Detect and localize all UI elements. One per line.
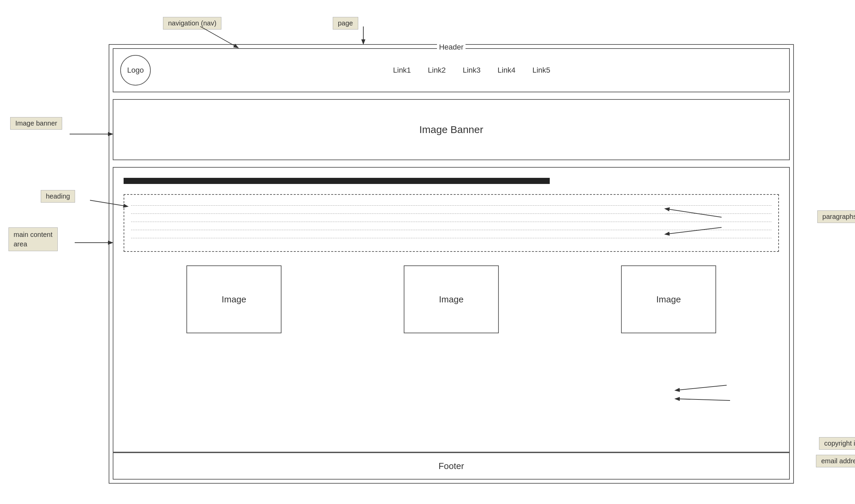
footer-section: Footer [113, 452, 790, 480]
para-line-4 [131, 226, 771, 230]
nav-link-3: Link3 [463, 66, 481, 75]
heading-bar [124, 178, 550, 184]
footer-label: Footer [438, 461, 464, 471]
header-label: Header [437, 43, 465, 52]
annotation-image-banner: Image banner [10, 117, 62, 130]
annotation-page: page [333, 17, 358, 30]
annotation-navigation: navigation (nav) [163, 17, 221, 30]
para-line-2 [131, 210, 771, 214]
para-line-1 [131, 202, 771, 206]
main-section: Image Image Image [113, 167, 790, 452]
image-box-1: Image [186, 265, 282, 333]
header-section: Header Logo Link1 Link2 Link3 Link4 Link… [113, 48, 790, 92]
annotation-copyright: copyright information [819, 437, 855, 450]
nav-links: Link1 Link2 Link3 Link4 Link5 [161, 66, 782, 75]
nav-link-1: Link1 [393, 66, 411, 75]
images-row: Image Image Image [124, 262, 779, 337]
banner-section: Image Banner [113, 99, 790, 160]
para-line-5 [131, 234, 771, 238]
annotation-main-content: main contentarea [8, 228, 58, 251]
para-line-3 [131, 218, 771, 222]
nav-link-2: Link2 [428, 66, 446, 75]
nav-link-5: Link5 [532, 66, 550, 75]
page-box: Header Logo Link1 Link2 Link3 Link4 Link… [109, 44, 794, 484]
image-box-3: Image [621, 265, 716, 333]
logo-circle: Logo [120, 55, 151, 86]
image-box-2: Image [404, 265, 499, 333]
diagram-wrapper: navigation (nav) page Header Logo Link1 … [68, 17, 794, 487]
annotation-heading: heading [41, 190, 75, 203]
nav-link-4: Link4 [497, 66, 515, 75]
annotation-paragraphs: paragraphs [817, 211, 855, 223]
annotation-email: email address [816, 455, 855, 467]
banner-label: Image Banner [420, 124, 483, 136]
paragraphs-box [124, 194, 779, 252]
